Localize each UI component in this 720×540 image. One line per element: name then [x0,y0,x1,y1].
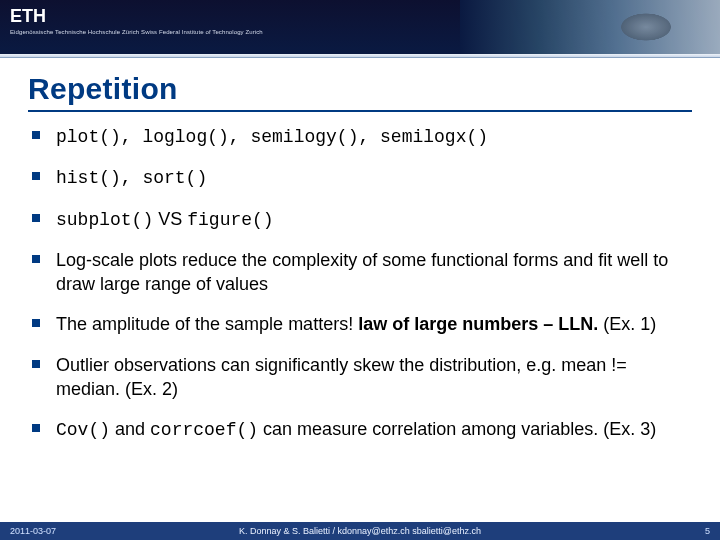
bullet-part: subplot() [56,210,153,230]
list-item: plot(), loglog(), semilogy(), semilogx() [28,124,692,149]
bullet-part: The amplitude of the sample matters! [56,314,358,334]
bullet-text: hist(), sort() [56,168,207,188]
bullet-part: can measure correlation among variables.… [258,419,656,439]
list-item: subplot() VS figure() [28,207,692,232]
list-item: The amplitude of the sample matters! law… [28,312,692,336]
footer-bar: 2011-03-07 K. Donnay & S. Balietti / kdo… [0,522,720,540]
bullet-text: Outlier observations can significantly s… [56,355,627,399]
list-item: Log-scale plots reduce the complexity of… [28,248,692,297]
slide-title: Repetition [28,72,692,112]
bullet-part: figure() [187,210,273,230]
footer-page: 5 [705,526,710,536]
slide-content: Repetition plot(), loglog(), semilogy(),… [0,58,720,443]
eth-logo: ETH Eidgenössische Technische Hochschule… [10,6,263,35]
footer-date: 2011-03-07 [10,526,56,536]
bullet-text: Log-scale plots reduce the complexity of… [56,250,668,294]
bullet-part: (Ex. 1) [598,314,656,334]
bullet-text: plot(), loglog(), semilogy(), semilogx() [56,127,488,147]
list-item: Cov() and corrcoef() can measure correla… [28,417,692,442]
footer-center: K. Donnay & S. Balietti / kdonnay@ethz.c… [239,526,481,536]
bullet-part: Cov() [56,420,110,440]
bullet-list: plot(), loglog(), semilogy(), semilogx()… [28,124,692,443]
header-bar: ETH Eidgenössische Technische Hochschule… [0,0,720,54]
bullet-part: VS [153,209,187,229]
bullet-part: and [110,419,150,439]
logo-text: ETH [10,6,263,27]
bullet-part: law of large numbers – LLN. [358,314,598,334]
list-item: Outlier observations can significantly s… [28,353,692,402]
bullet-part: corrcoef() [150,420,258,440]
list-item: hist(), sort() [28,165,692,190]
logo-subtitle: Eidgenössische Technische Hochschule Zür… [10,29,263,35]
header-photo [460,0,720,54]
